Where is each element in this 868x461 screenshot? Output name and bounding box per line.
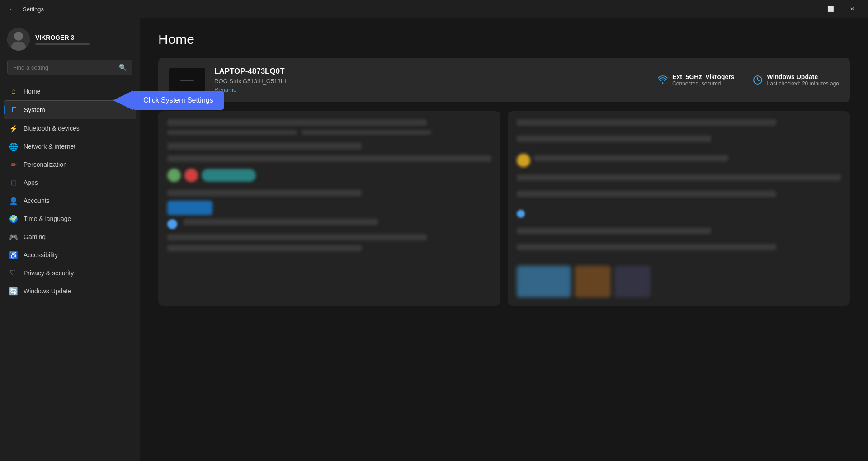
- left-card: [158, 111, 500, 306]
- blurred-text-2: [167, 130, 297, 135]
- avatar: [7, 28, 30, 51]
- sidebar-item-label-accessibility: Accessibility: [24, 251, 58, 259]
- update-status: Windows Update Last checked: 20 minutes …: [753, 73, 839, 87]
- sidebar-item-label-time: Time & language: [24, 215, 71, 222]
- svg-point-1: [14, 32, 23, 41]
- sidebar-item-label-apps: Apps: [24, 179, 38, 186]
- blurred-text-6: [167, 190, 362, 196]
- update-label: Windows Update: [767, 73, 839, 80]
- blurred-img-2: [575, 266, 611, 297]
- main-content: Home LAPTOP-4873LQ0T ROG Strix G513IH_G5…: [140, 18, 868, 461]
- wifi-sub: Connected, secured: [672, 80, 734, 87]
- blurred-text-7: [184, 219, 378, 225]
- blurred-text-9: [167, 245, 362, 251]
- blurred-text-3: [302, 130, 431, 135]
- sidebar-item-label-bluetooth: Bluetooth & devices: [24, 125, 80, 132]
- sidebar-item-label-update: Windows Update: [24, 287, 71, 295]
- sidebar-item-time[interactable]: 🌍Time & language: [4, 210, 136, 228]
- device-thumb-bar: [180, 80, 194, 81]
- username: VIKROGER 3: [35, 34, 90, 41]
- privacy-icon: 🛡: [9, 268, 18, 278]
- gaming-icon: 🎮: [9, 232, 18, 241]
- update-sub: Last checked: 20 minutes ago: [767, 80, 839, 87]
- sidebar-item-gaming[interactable]: 🎮Gaming: [4, 228, 136, 246]
- right-blurred-5: [517, 191, 776, 197]
- blurred-circle-red: [184, 169, 198, 182]
- sidebar-item-label-accounts: Accounts: [24, 197, 50, 204]
- blurred-text-1: [167, 119, 427, 126]
- sidebar-item-label-gaming: Gaming: [24, 233, 46, 240]
- device-name: LAPTOP-4873LQ0T: [214, 67, 649, 76]
- user-bar: [35, 43, 90, 45]
- right-blurred-6: [517, 228, 711, 234]
- sidebar-item-system[interactable]: 🖥System: [4, 100, 136, 119]
- system-icon: 🖥: [9, 105, 19, 114]
- blurred-text-8: [167, 234, 427, 240]
- sidebar-item-label-privacy: Privacy & security: [24, 269, 74, 277]
- right-circle-yellow: [517, 154, 530, 167]
- sidebar-item-network[interactable]: 🌐Network & internet: [4, 137, 136, 155]
- blurred-images: [517, 266, 841, 297]
- search-box[interactable]: 🔍: [7, 60, 132, 75]
- maximize-button[interactable]: ⬜: [820, 2, 841, 16]
- apps-icon: ⊞: [9, 178, 18, 187]
- right-card: [508, 111, 850, 306]
- title-bar-title: Settings: [23, 6, 44, 13]
- wifi-status: Ext_5GHz_Vikrogers Connected, secured: [658, 73, 734, 87]
- back-button[interactable]: ←: [5, 3, 18, 15]
- blurred-text-4: [167, 143, 362, 149]
- right-blurred-2: [517, 136, 711, 142]
- search-container: 🔍: [0, 60, 140, 82]
- home-icon: ⌂: [9, 87, 18, 96]
- sidebar-item-privacy[interactable]: 🛡Privacy & security: [4, 264, 136, 282]
- minimize-button[interactable]: —: [798, 2, 819, 16]
- sidebar: VIKROGER 3 🔍 ⌂Home🖥System⚡Bluetooth & de…: [0, 18, 140, 461]
- sidebar-item-personalization[interactable]: ✏Personalization: [4, 155, 136, 174]
- avatar-image: [7, 28, 30, 51]
- right-blurred-4: [517, 174, 841, 181]
- sidebar-item-label-system: System: [24, 106, 45, 113]
- update-icon: [753, 75, 763, 85]
- user-info: VIKROGER 3: [35, 34, 90, 45]
- page-title: Home: [158, 32, 850, 47]
- sidebar-item-update[interactable]: 🔄Windows Update: [4, 282, 136, 300]
- device-model: ROG Strix G513IH_G513IH: [214, 78, 649, 85]
- right-blurred-3: [534, 155, 728, 161]
- nav-items: ⌂Home🖥System⚡Bluetooth & devices🌐Network…: [0, 82, 140, 461]
- blurred-img-3: [614, 266, 651, 297]
- personalization-icon: ✏: [9, 160, 18, 169]
- blurred-dot: [167, 219, 177, 229]
- sidebar-item-home[interactable]: ⌂Home: [4, 82, 136, 100]
- sidebar-item-accessibility[interactable]: ♿Accessibility: [4, 246, 136, 264]
- device-status-area: Ext_5GHz_Vikrogers Connected, secured Wi…: [658, 73, 839, 87]
- blurred-tag-teal: [202, 169, 256, 182]
- sidebar-item-accounts[interactable]: 👤Accounts: [4, 192, 136, 210]
- right-blurred-1: [517, 119, 776, 126]
- time-icon: 🌍: [9, 214, 18, 223]
- network-icon: 🌐: [9, 142, 18, 151]
- close-button[interactable]: ✕: [842, 2, 863, 16]
- wifi-text: Ext_5GHz_Vikrogers Connected, secured: [672, 73, 734, 87]
- sidebar-item-bluetooth[interactable]: ⚡Bluetooth & devices: [4, 119, 136, 137]
- cards-area: [158, 111, 850, 306]
- bluetooth-icon: ⚡: [9, 124, 18, 133]
- wifi-icon: [658, 75, 668, 85]
- update-text: Windows Update Last checked: 20 minutes …: [767, 73, 839, 87]
- right-blurred-7: [517, 244, 776, 250]
- sidebar-item-label-personalization: Personalization: [24, 161, 67, 168]
- window-controls: — ⬜ ✕: [798, 2, 863, 16]
- title-bar: ← Settings — ⬜ ✕: [0, 0, 868, 18]
- blurred-circle-green: [167, 169, 181, 182]
- device-thumbnail: [169, 68, 205, 93]
- user-profile[interactable]: VIKROGER 3: [0, 23, 140, 60]
- right-dot: [517, 210, 525, 218]
- search-input[interactable]: [13, 64, 115, 71]
- device-card: LAPTOP-4873LQ0T ROG Strix G513IH_G513IH …: [158, 58, 850, 102]
- sidebar-item-label-home: Home: [24, 88, 40, 95]
- rename-link[interactable]: Rename: [214, 86, 649, 93]
- blurred-btn-blue: [167, 201, 212, 215]
- update-icon: 🔄: [9, 287, 18, 296]
- sidebar-item-label-network: Network & internet: [24, 143, 75, 150]
- sidebar-item-apps[interactable]: ⊞Apps: [4, 174, 136, 192]
- wifi-label: Ext_5GHz_Vikrogers: [672, 73, 734, 80]
